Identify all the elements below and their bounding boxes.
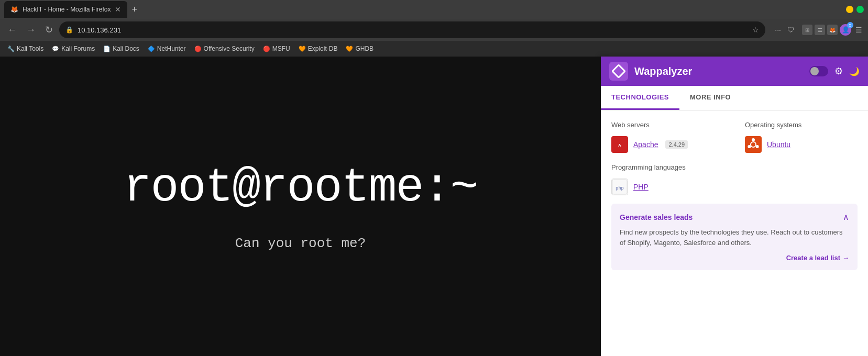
bookmark-ghdb[interactable]: 🧡 GHDB <box>343 44 377 53</box>
wappalyzer-panel: Wappalyzer ⚙ 🌙 TECHNOLOGIES MORE INFO <box>601 57 868 356</box>
svg-point-5 <box>756 145 759 148</box>
programming-languages-title: Programming languages <box>611 163 858 171</box>
nethunter-icon: 🔷 <box>148 46 155 52</box>
menu-dots-icon[interactable]: ··· <box>773 24 783 36</box>
tab-technologies[interactable]: TECHNOLOGIES <box>601 86 679 110</box>
sales-leads-title[interactable]: Generate sales leads <box>620 213 693 221</box>
browser-tab[interactable]: 🦊 HackIT - Home - Mozilla Firefox ✕ <box>4 1 127 18</box>
wappalyzer-settings-icon[interactable]: ⚙ <box>834 65 843 77</box>
wappalyzer-logo <box>609 62 628 81</box>
tab-more-info[interactable]: MORE INFO <box>679 86 741 110</box>
extension-icons: ⊞ ☰ 🦊 👤 5 ☰ <box>802 24 864 36</box>
tab-title: HackIT - Home - Mozilla Firefox <box>23 6 111 13</box>
create-lead-list-label: Create a lead list <box>786 254 840 262</box>
url-display: 10.10.136.231 <box>78 26 748 34</box>
php-tech-item: php PHP <box>611 179 858 195</box>
bookmark-kali-docs[interactable]: 📄 Kali Docs <box>100 44 142 53</box>
toggle-knob <box>810 67 819 75</box>
window-controls <box>846 6 864 13</box>
nav-icon-group: ··· 🛡 <box>773 24 797 36</box>
lock-icon: 🔒 <box>65 26 73 34</box>
programming-languages-section: Programming languages php PHP <box>611 163 858 195</box>
shield-icon[interactable]: 🛡 <box>785 24 797 36</box>
wappalyzer-content: Web servers A Apache 2.4.29 <box>601 110 868 356</box>
ubuntu-svg <box>746 137 761 152</box>
wappalyzer-toggle[interactable] <box>809 66 828 76</box>
svg-text:php: php <box>616 185 623 191</box>
ext-icon-2[interactable]: ☰ <box>815 25 825 35</box>
operating-systems-section: Operating systems Ubuntu <box>745 121 858 153</box>
webpage-content: root@rootme:~ Can you root me? <box>0 57 601 356</box>
new-tab-button[interactable]: + <box>131 4 137 15</box>
maximize-button[interactable] <box>856 6 864 13</box>
main-area: root@rootme:~ Can you root me? Wappalyze… <box>0 57 868 356</box>
ghdb-icon: 🧡 <box>346 46 353 52</box>
php-icon: php <box>611 179 628 195</box>
bookmark-kali-tools[interactable]: 🔧 Kali Tools <box>4 44 47 53</box>
sales-leads-description: Find new prospects by the technologies t… <box>620 227 849 248</box>
ext-icon-menu[interactable]: ☰ <box>853 25 864 35</box>
navigation-bar: ← → ↻ 🔒 10.10.136.231 ☆ ··· 🛡 ⊞ ☰ 🦊 👤 5 … <box>0 19 868 41</box>
apache-version: 2.4.29 <box>665 140 688 149</box>
wappalyzer-title: Wappalyzer <box>634 65 803 77</box>
browser-chrome: 🦊 HackIT - Home - Mozilla Firefox ✕ + ← … <box>0 0 868 57</box>
profile-icon[interactable]: 👤 5 <box>840 24 851 36</box>
apache-tech-item: A Apache 2.4.29 <box>611 136 724 153</box>
apache-icon: A <box>611 136 628 153</box>
address-bar[interactable]: 🔒 10.10.136.231 ☆ <box>59 21 765 38</box>
create-lead-list-link[interactable]: Create a lead list → <box>620 254 849 262</box>
bookmark-label: NetHunter <box>157 45 186 52</box>
wappalyzer-tabs: TECHNOLOGIES MORE INFO <box>601 86 868 110</box>
bookmark-label: MSFU <box>272 45 290 52</box>
bookmark-msfu[interactable]: 🔴 MSFU <box>260 44 293 53</box>
tab-close-button[interactable]: ✕ <box>115 5 121 14</box>
operating-systems-title: Operating systems <box>745 121 858 129</box>
bookmark-label: Offensive Security <box>204 45 255 52</box>
ext-icon-3[interactable]: 🦊 <box>827 25 838 35</box>
wappalyzer-header: Wappalyzer ⚙ 🌙 <box>601 57 868 86</box>
ubuntu-tech-item: Ubuntu <box>745 136 858 153</box>
exploit-db-icon: 🧡 <box>299 46 306 52</box>
webpage-subtitle: Can you root me? <box>235 236 366 251</box>
back-button[interactable]: ← <box>4 23 20 38</box>
kali-docs-icon: 📄 <box>103 46 111 52</box>
refresh-button[interactable]: ↻ <box>42 22 56 38</box>
kali-tools-icon: 🔧 <box>7 46 15 52</box>
php-name-link[interactable]: PHP <box>633 183 649 191</box>
sales-leads-section: Generate sales leads ∧ Find new prospect… <box>611 204 858 270</box>
profile-badge: 5 <box>847 22 853 28</box>
sales-chevron-icon[interactable]: ∧ <box>843 212 849 222</box>
wappalyzer-header-icons: ⚙ 🌙 <box>809 65 860 77</box>
svg-point-4 <box>752 138 755 141</box>
sales-header: Generate sales leads ∧ <box>620 212 849 222</box>
bookmark-offensive-security[interactable]: 🔴 Offensive Security <box>191 44 258 53</box>
bookmark-label: GHDB <box>355 45 373 52</box>
arrow-right-icon: → <box>842 254 849 262</box>
ubuntu-icon <box>745 136 762 153</box>
tab-icon: 🦊 <box>10 6 18 13</box>
wappalyzer-theme-icon[interactable]: 🌙 <box>849 66 860 76</box>
tab-bar: 🦊 HackIT - Home - Mozilla Firefox ✕ + <box>0 0 868 19</box>
bookmark-kali-forums[interactable]: 💬 Kali Forums <box>49 44 98 53</box>
webpage-main-text: root@rootme:~ <box>123 161 477 215</box>
bookmark-exploit-db[interactable]: 🧡 Exploit-DB <box>295 44 341 53</box>
bookmark-label: Kali Docs <box>113 45 139 52</box>
svg-point-6 <box>748 145 751 148</box>
tech-sections-row: Web servers A Apache 2.4.29 <box>611 121 858 153</box>
minimize-button[interactable] <box>846 6 853 13</box>
ext-icon-1[interactable]: ⊞ <box>802 25 812 35</box>
ubuntu-name-link[interactable]: Ubuntu <box>767 140 790 149</box>
bookmark-label: Kali Tools <box>17 45 43 52</box>
bookmarks-bar: 🔧 Kali Tools 💬 Kali Forums 📄 Kali Docs 🔷… <box>0 41 868 57</box>
svg-text:A: A <box>618 143 621 148</box>
bookmark-star-icon[interactable]: ☆ <box>752 26 759 34</box>
kali-forums-icon: 💬 <box>52 46 59 52</box>
web-servers-section: Web servers A Apache 2.4.29 <box>611 121 724 153</box>
msfu-icon: 🔴 <box>263 46 270 52</box>
wappalyzer-logo-icon <box>611 64 626 79</box>
apache-name-link[interactable]: Apache <box>633 140 658 149</box>
forward-button[interactable]: → <box>23 23 39 38</box>
bookmark-nethunter[interactable]: 🔷 NetHunter <box>145 44 189 53</box>
bookmark-label: Kali Forums <box>61 45 95 52</box>
php-svg: php <box>612 179 628 195</box>
